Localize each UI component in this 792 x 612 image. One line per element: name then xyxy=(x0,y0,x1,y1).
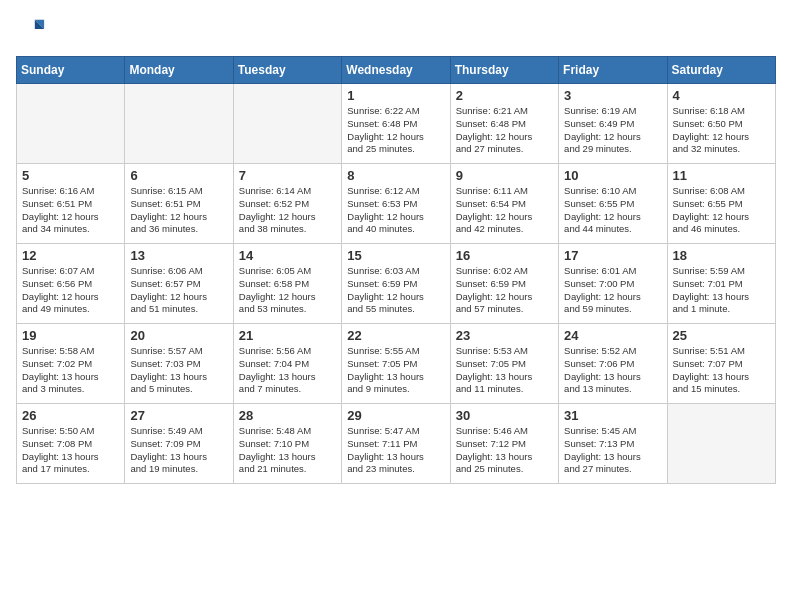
day-number: 23 xyxy=(456,328,553,343)
day-number: 7 xyxy=(239,168,336,183)
day-info: Sunrise: 5:46 AM Sunset: 7:12 PM Dayligh… xyxy=(456,425,553,476)
day-number: 6 xyxy=(130,168,227,183)
day-number: 21 xyxy=(239,328,336,343)
calendar-day-cell: 31Sunrise: 5:45 AM Sunset: 7:13 PM Dayli… xyxy=(559,404,667,484)
calendar-day-cell: 20Sunrise: 5:57 AM Sunset: 7:03 PM Dayli… xyxy=(125,324,233,404)
calendar-day-cell: 14Sunrise: 6:05 AM Sunset: 6:58 PM Dayli… xyxy=(233,244,341,324)
day-number: 27 xyxy=(130,408,227,423)
day-info: Sunrise: 6:22 AM Sunset: 6:48 PM Dayligh… xyxy=(347,105,444,156)
day-number: 30 xyxy=(456,408,553,423)
calendar-day-cell: 8Sunrise: 6:12 AM Sunset: 6:53 PM Daylig… xyxy=(342,164,450,244)
day-info: Sunrise: 6:19 AM Sunset: 6:49 PM Dayligh… xyxy=(564,105,661,156)
day-info: Sunrise: 5:51 AM Sunset: 7:07 PM Dayligh… xyxy=(673,345,770,396)
calendar-body: 1Sunrise: 6:22 AM Sunset: 6:48 PM Daylig… xyxy=(17,84,776,484)
calendar-day-cell xyxy=(125,84,233,164)
calendar-day-cell: 24Sunrise: 5:52 AM Sunset: 7:06 PM Dayli… xyxy=(559,324,667,404)
calendar-day-cell: 5Sunrise: 6:16 AM Sunset: 6:51 PM Daylig… xyxy=(17,164,125,244)
calendar-day-cell xyxy=(233,84,341,164)
day-info: Sunrise: 6:02 AM Sunset: 6:59 PM Dayligh… xyxy=(456,265,553,316)
calendar-day-cell: 21Sunrise: 5:56 AM Sunset: 7:04 PM Dayli… xyxy=(233,324,341,404)
day-info: Sunrise: 6:14 AM Sunset: 6:52 PM Dayligh… xyxy=(239,185,336,236)
calendar-day-cell: 1Sunrise: 6:22 AM Sunset: 6:48 PM Daylig… xyxy=(342,84,450,164)
day-info: Sunrise: 5:56 AM Sunset: 7:04 PM Dayligh… xyxy=(239,345,336,396)
day-info: Sunrise: 6:16 AM Sunset: 6:51 PM Dayligh… xyxy=(22,185,119,236)
day-info: Sunrise: 5:59 AM Sunset: 7:01 PM Dayligh… xyxy=(673,265,770,316)
day-of-week-header: Friday xyxy=(559,57,667,84)
day-info: Sunrise: 5:57 AM Sunset: 7:03 PM Dayligh… xyxy=(130,345,227,396)
day-info: Sunrise: 5:45 AM Sunset: 7:13 PM Dayligh… xyxy=(564,425,661,476)
calendar-day-cell: 18Sunrise: 5:59 AM Sunset: 7:01 PM Dayli… xyxy=(667,244,775,324)
day-of-week-header: Saturday xyxy=(667,57,775,84)
day-info: Sunrise: 6:12 AM Sunset: 6:53 PM Dayligh… xyxy=(347,185,444,236)
page-header xyxy=(16,16,776,48)
calendar-day-cell: 3Sunrise: 6:19 AM Sunset: 6:49 PM Daylig… xyxy=(559,84,667,164)
day-number: 16 xyxy=(456,248,553,263)
day-number: 24 xyxy=(564,328,661,343)
day-number: 2 xyxy=(456,88,553,103)
calendar-day-cell: 16Sunrise: 6:02 AM Sunset: 6:59 PM Dayli… xyxy=(450,244,558,324)
calendar-day-cell: 25Sunrise: 5:51 AM Sunset: 7:07 PM Dayli… xyxy=(667,324,775,404)
day-of-week-header: Sunday xyxy=(17,57,125,84)
calendar-day-cell: 4Sunrise: 6:18 AM Sunset: 6:50 PM Daylig… xyxy=(667,84,775,164)
day-info: Sunrise: 6:10 AM Sunset: 6:55 PM Dayligh… xyxy=(564,185,661,236)
logo xyxy=(16,16,46,48)
calendar-day-cell: 29Sunrise: 5:47 AM Sunset: 7:11 PM Dayli… xyxy=(342,404,450,484)
day-info: Sunrise: 6:11 AM Sunset: 6:54 PM Dayligh… xyxy=(456,185,553,236)
calendar-day-cell xyxy=(17,84,125,164)
day-info: Sunrise: 6:07 AM Sunset: 6:56 PM Dayligh… xyxy=(22,265,119,316)
day-number: 10 xyxy=(564,168,661,183)
day-number: 4 xyxy=(673,88,770,103)
day-number: 3 xyxy=(564,88,661,103)
day-number: 14 xyxy=(239,248,336,263)
calendar-day-cell: 30Sunrise: 5:46 AM Sunset: 7:12 PM Dayli… xyxy=(450,404,558,484)
day-info: Sunrise: 5:47 AM Sunset: 7:11 PM Dayligh… xyxy=(347,425,444,476)
calendar-day-cell: 15Sunrise: 6:03 AM Sunset: 6:59 PM Dayli… xyxy=(342,244,450,324)
day-number: 19 xyxy=(22,328,119,343)
day-info: Sunrise: 6:08 AM Sunset: 6:55 PM Dayligh… xyxy=(673,185,770,236)
calendar-day-cell: 9Sunrise: 6:11 AM Sunset: 6:54 PM Daylig… xyxy=(450,164,558,244)
day-number: 1 xyxy=(347,88,444,103)
day-info: Sunrise: 6:05 AM Sunset: 6:58 PM Dayligh… xyxy=(239,265,336,316)
calendar-week-row: 26Sunrise: 5:50 AM Sunset: 7:08 PM Dayli… xyxy=(17,404,776,484)
day-number: 18 xyxy=(673,248,770,263)
calendar-week-row: 19Sunrise: 5:58 AM Sunset: 7:02 PM Dayli… xyxy=(17,324,776,404)
day-number: 25 xyxy=(673,328,770,343)
calendar-day-cell: 13Sunrise: 6:06 AM Sunset: 6:57 PM Dayli… xyxy=(125,244,233,324)
calendar-week-row: 5Sunrise: 6:16 AM Sunset: 6:51 PM Daylig… xyxy=(17,164,776,244)
day-info: Sunrise: 5:58 AM Sunset: 7:02 PM Dayligh… xyxy=(22,345,119,396)
calendar-day-cell: 12Sunrise: 6:07 AM Sunset: 6:56 PM Dayli… xyxy=(17,244,125,324)
day-info: Sunrise: 6:21 AM Sunset: 6:48 PM Dayligh… xyxy=(456,105,553,156)
day-number: 28 xyxy=(239,408,336,423)
day-number: 26 xyxy=(22,408,119,423)
day-number: 31 xyxy=(564,408,661,423)
day-number: 17 xyxy=(564,248,661,263)
day-number: 5 xyxy=(22,168,119,183)
day-number: 11 xyxy=(673,168,770,183)
day-info: Sunrise: 5:48 AM Sunset: 7:10 PM Dayligh… xyxy=(239,425,336,476)
day-info: Sunrise: 6:18 AM Sunset: 6:50 PM Dayligh… xyxy=(673,105,770,156)
calendar-day-cell: 27Sunrise: 5:49 AM Sunset: 7:09 PM Dayli… xyxy=(125,404,233,484)
day-number: 12 xyxy=(22,248,119,263)
calendar-day-cell: 19Sunrise: 5:58 AM Sunset: 7:02 PM Dayli… xyxy=(17,324,125,404)
day-of-week-header: Monday xyxy=(125,57,233,84)
day-number: 8 xyxy=(347,168,444,183)
logo-icon xyxy=(18,16,46,44)
calendar-day-cell: 6Sunrise: 6:15 AM Sunset: 6:51 PM Daylig… xyxy=(125,164,233,244)
day-number: 15 xyxy=(347,248,444,263)
day-of-week-header: Tuesday xyxy=(233,57,341,84)
calendar-day-cell: 2Sunrise: 6:21 AM Sunset: 6:48 PM Daylig… xyxy=(450,84,558,164)
calendar-day-cell: 7Sunrise: 6:14 AM Sunset: 6:52 PM Daylig… xyxy=(233,164,341,244)
calendar-day-cell xyxy=(667,404,775,484)
calendar-day-cell: 28Sunrise: 5:48 AM Sunset: 7:10 PM Dayli… xyxy=(233,404,341,484)
day-info: Sunrise: 6:03 AM Sunset: 6:59 PM Dayligh… xyxy=(347,265,444,316)
calendar-day-cell: 26Sunrise: 5:50 AM Sunset: 7:08 PM Dayli… xyxy=(17,404,125,484)
day-info: Sunrise: 5:50 AM Sunset: 7:08 PM Dayligh… xyxy=(22,425,119,476)
day-number: 22 xyxy=(347,328,444,343)
day-number: 29 xyxy=(347,408,444,423)
day-info: Sunrise: 6:15 AM Sunset: 6:51 PM Dayligh… xyxy=(130,185,227,236)
days-of-week-row: SundayMondayTuesdayWednesdayThursdayFrid… xyxy=(17,57,776,84)
calendar-day-cell: 11Sunrise: 6:08 AM Sunset: 6:55 PM Dayli… xyxy=(667,164,775,244)
calendar-table: SundayMondayTuesdayWednesdayThursdayFrid… xyxy=(16,56,776,484)
calendar-day-cell: 10Sunrise: 6:10 AM Sunset: 6:55 PM Dayli… xyxy=(559,164,667,244)
day-info: Sunrise: 5:49 AM Sunset: 7:09 PM Dayligh… xyxy=(130,425,227,476)
